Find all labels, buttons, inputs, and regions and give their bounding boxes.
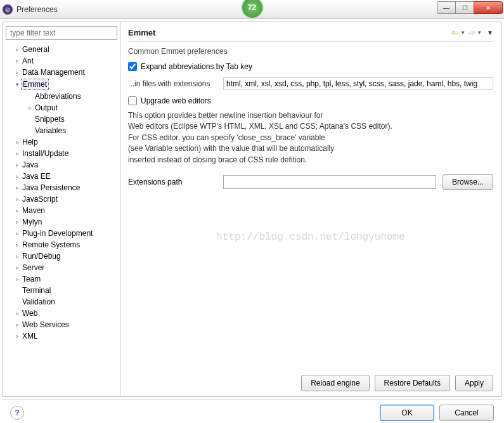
tree-item[interactable]: Variables (7, 125, 117, 136)
triangle-right-icon[interactable]: ▹ (13, 139, 21, 145)
expand-abbrev-label[interactable]: Expand abbreviations by Tab key (141, 62, 252, 71)
triangle-right-icon[interactable]: ▹ (13, 310, 21, 316)
triangle-right-icon[interactable]: ▹ (13, 264, 21, 271)
tree-item[interactable]: ▹Help (7, 136, 117, 148)
back-dropdown-icon[interactable]: ▼ (460, 30, 465, 36)
triangle-down-icon[interactable]: ▾ (13, 81, 21, 88)
preferences-tree[interactable]: ▹General▹Ant▹Data Management▾EmmetAbbrev… (6, 44, 117, 393)
tree-item-label: Remote Systems (21, 240, 81, 250)
tree-item-label: Install/Update (21, 148, 70, 159)
tree-item[interactable]: ▹Install/Update (7, 148, 117, 159)
tree-item[interactable]: ▹Server (7, 262, 117, 273)
triangle-right-icon[interactable]: ▹ (13, 207, 21, 214)
triangle-right-icon[interactable]: ▹ (13, 46, 21, 53)
tree-item-label: Variables (34, 126, 67, 136)
tree-item-label: JavaScript (21, 194, 59, 204)
triangle-right-icon[interactable]: ▹ (13, 58, 21, 64)
triangle-right-icon[interactable]: ▹ (13, 230, 21, 237)
tree-item[interactable]: ▹Team (7, 273, 117, 285)
tree-item[interactable]: Terminal (7, 285, 117, 296)
tree-item-label: Team (21, 274, 42, 284)
triangle-right-icon[interactable]: ▹ (13, 185, 21, 191)
tree-item[interactable]: ▹Web Services (7, 319, 117, 330)
triangle-right-icon[interactable]: ▹ (13, 173, 21, 179)
content-panel: Emmet ⇦▼ ⇨▼ ▼ Common Emmet preferences E… (120, 22, 501, 396)
tree-item[interactable]: ▹Java (7, 159, 117, 171)
footer-buttons: OK Cancel (380, 405, 494, 421)
upgrade-editors-row: Upgrade web editors (128, 96, 493, 105)
maximize-button[interactable]: ☐ (455, 1, 474, 14)
forward-icon[interactable]: ⇨ (468, 27, 475, 37)
tree-item-label: Web Services (21, 320, 70, 330)
tree-item[interactable]: ▹Web (7, 308, 117, 319)
cancel-button[interactable]: Cancel (439, 405, 494, 421)
tree-item[interactable]: ▹Run/Debug (7, 251, 117, 262)
tree-item-label: Output (34, 103, 59, 113)
extensions-path-input[interactable] (223, 175, 436, 189)
extensions-path-row: Extensions path Browse... (128, 174, 493, 190)
content-button-bar: Reload engine Restore Defaults Apply (128, 368, 493, 391)
tree-item[interactable]: ▹General (7, 44, 117, 55)
dialog-body: ▹General▹Ant▹Data Management▾EmmetAbbrev… (3, 22, 501, 397)
tree-item[interactable]: Validation (7, 296, 117, 308)
app-icon: ◎ (3, 4, 13, 15)
page-title: Emmet (128, 28, 155, 37)
tree-item[interactable]: Snippets (7, 114, 117, 125)
ok-button[interactable]: OK (380, 405, 434, 421)
tree-item[interactable]: ▹JavaScript (7, 193, 117, 205)
restore-defaults-button[interactable]: Restore Defaults (375, 375, 450, 391)
tree-item[interactable]: ▹Remote Systems (7, 239, 117, 251)
triangle-right-icon[interactable]: ▹ (13, 322, 21, 328)
extensions-row: ...in files with extensions (128, 77, 493, 90)
expand-abbrev-checkbox[interactable] (128, 62, 137, 71)
close-button[interactable]: ✕ (474, 1, 503, 14)
forward-dropdown-icon[interactable]: ▼ (477, 30, 482, 36)
extensions-input[interactable] (223, 77, 493, 90)
tree-item[interactable]: ▹Ant (7, 55, 117, 67)
browse-button[interactable]: Browse... (443, 174, 493, 190)
tree-item[interactable]: ▹XML (7, 330, 117, 342)
triangle-right-icon[interactable]: ▹ (26, 105, 34, 111)
filter-input[interactable] (6, 26, 117, 40)
tree-item-label: Java Persistence (21, 183, 81, 193)
tree-item-label: Run/Debug (21, 251, 62, 261)
tree-item-label: Mylyn (21, 217, 43, 227)
upgrade-editors-checkbox[interactable] (128, 96, 137, 105)
tree-item[interactable]: ▾Emmet (7, 78, 117, 91)
triangle-right-icon[interactable]: ▹ (13, 162, 21, 168)
tree-item-label: Plug-in Development (21, 228, 94, 238)
back-icon[interactable]: ⇦ (451, 27, 459, 37)
upgrade-editors-label[interactable]: Upgrade web editors (141, 96, 211, 105)
triangle-right-icon[interactable]: ▹ (13, 253, 21, 259)
reload-engine-button[interactable]: Reload engine (301, 375, 369, 391)
tree-item[interactable]: ▹Java Persistence (7, 182, 117, 193)
watermark-text: http://blog.csdn.net/longyuhome (120, 231, 501, 243)
tree-item[interactable]: ▹Java EE (7, 171, 117, 182)
tree-item[interactable]: ▹Maven (7, 205, 117, 216)
tree-item-label: XML (21, 331, 39, 341)
tree-item-label: Java EE (21, 171, 52, 181)
tree-item-label: Help (21, 137, 39, 147)
notification-badge[interactable]: 72 (241, 0, 264, 19)
triangle-right-icon[interactable]: ▹ (13, 242, 21, 248)
view-menu-icon[interactable]: ▼ (487, 29, 493, 36)
tree-item[interactable]: ▹Plug-in Development (7, 228, 117, 239)
title-bar: ◎ Preferences 72 — ☐ ✕ (0, 0, 504, 19)
tree-item[interactable]: ▹Data Management (7, 67, 117, 78)
extensions-path-label: Extensions path (128, 178, 223, 186)
triangle-right-icon[interactable]: ▹ (13, 333, 21, 339)
minimize-button[interactable]: — (437, 1, 456, 14)
apply-button[interactable]: Apply (455, 375, 493, 391)
tree-item-label: Server (21, 263, 46, 273)
triangle-right-icon[interactable]: ▹ (13, 196, 21, 202)
help-icon[interactable]: ? (10, 406, 24, 420)
tree-item[interactable]: ▹Output (7, 102, 117, 114)
sidebar: ▹General▹Ant▹Data Management▾EmmetAbbrev… (3, 22, 120, 396)
triangle-right-icon[interactable]: ▹ (13, 276, 21, 282)
tree-item-label: Validation (21, 297, 56, 307)
triangle-right-icon[interactable]: ▹ (13, 219, 21, 225)
tree-item[interactable]: Abbreviations (7, 91, 117, 102)
triangle-right-icon[interactable]: ▹ (13, 69, 21, 75)
triangle-right-icon[interactable]: ▹ (13, 150, 21, 157)
tree-item[interactable]: ▹Mylyn (7, 216, 117, 228)
